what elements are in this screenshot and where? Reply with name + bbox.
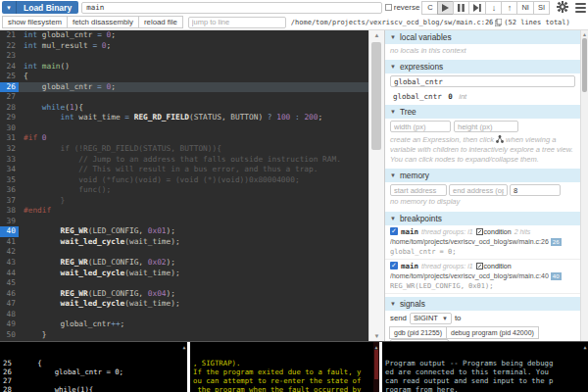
reload-file-button[interactable]: reload file [138,16,183,28]
gutter-line-number-47[interactable]: 47 [0,299,19,310]
gutter-line-number-50[interactable]: 50 [0,330,19,341]
pause-button[interactable] [453,1,469,15]
gutter-line-number-35[interactable]: 35 [0,175,19,186]
breakpoint-checkbox[interactable]: ✓ [390,227,398,235]
gutter-line-number-44[interactable]: 44 [0,269,19,279]
section-breakpoints[interactable]: ▼ breakpoints [385,212,580,225]
gutter-line-number-21[interactable]: 21 [0,30,19,41]
program-output-terminal[interactable]: Program output -- Programs being debugge… [382,342,588,392]
settings-button[interactable] [557,1,568,15]
gutter-line-number-28[interactable]: 28 [0,103,19,114]
show-filesystem-button[interactable]: show filesystem [2,16,68,28]
signal-other-pid-input[interactable] [390,339,449,342]
run-button[interactable] [437,1,454,15]
signal-gdb-target-button[interactable]: gdb (pid 21255) [389,326,447,339]
gutter-line-number-30[interactable]: 30 [0,123,19,134]
jump-to-line-input[interactable] [188,17,286,28]
expression-name: global_cntr [393,92,442,101]
gutter-line-number-45[interactable]: 45 [0,278,19,289]
scroll-up-arrow-icon[interactable]: ▲ [181,343,187,352]
gutter-line-number-39[interactable]: 39 [0,217,19,227]
gutter-line-number-43[interactable]: 43 [0,258,19,269]
copy-icon[interactable] [495,19,502,26]
gutter-line-number-48[interactable]: 48 [0,310,19,320]
tree-width-input[interactable] [390,121,451,132]
section-signals[interactable]: ▼ signals [385,297,580,311]
memory-end-address-input[interactable] [449,184,508,196]
gutter-line-number-23[interactable]: 23 [0,51,19,62]
expression-result[interactable]: global_cntr 0 int [385,89,580,102]
section-local-variables[interactable]: ▼ local variables [385,30,580,44]
breakpoint-item[interactable]: ✓ main thread groups: i1 condition 2 hit… [385,225,580,260]
scroll-up-arrow-icon[interactable]: ▲ [582,343,588,352]
gutter-line-number-29[interactable]: 29 [0,113,19,123]
binary-path-input[interactable] [81,2,382,14]
gutter-line-number-46[interactable]: 46 [0,289,19,300]
sidebar-scrollbar-thumb[interactable] [582,38,587,92]
terminal-scrollbar[interactable]: ▲ [181,342,187,392]
gutter-line-number-26[interactable]: 26 [0,82,19,93]
gdb-mi-terminal[interactable]: , SIGTRAP).If the program exited due to … [190,342,382,392]
memory-start-address-input[interactable] [390,184,447,196]
gutter-line-number-27[interactable]: 27 [0,92,19,103]
reverse-checkbox[interactable] [385,4,392,11]
signal-select[interactable]: SIGINT ▼ [410,313,452,324]
breakpoint-thread-groups: thread groups: i1 [421,228,473,235]
gdbmi-terminal-lines: , SIGTRAP).If the program exited due to … [193,360,371,392]
gutter-line-number-42[interactable]: 42 [0,247,19,258]
gutter-line-number-22[interactable]: 22 [0,41,19,52]
condition-label: condition [484,263,512,270]
code-line-25: 25{ [0,72,368,82]
expression-input[interactable] [390,75,575,87]
gutter-line-number-34[interactable]: 34 [0,165,19,175]
menu-button[interactable] [575,1,586,15]
signal-program-target-button[interactable]: debug program (pid 42000) [446,326,539,339]
scroll-down-arrow-icon[interactable]: ▼ [369,333,384,339]
gutter-line-number-36[interactable]: 36 [0,185,19,196]
next-instruction-button[interactable]: NI [516,1,534,15]
gutter-line-number-37[interactable]: 37 [0,196,19,207]
sidebar-scrollbar[interactable]: ▲ [580,30,588,341]
condition-label: condition [484,228,512,235]
continue-button[interactable]: C [421,1,438,15]
terminal-scrollbar[interactable]: ▲ [582,342,588,392]
reverse-toggle[interactable]: reverse [385,3,420,12]
debug-controls: C ↓ ↑ NI SI [422,1,550,15]
memory-bytes-per-line-input[interactable] [510,184,561,196]
gutter-line-number-31[interactable]: 31 [0,133,19,144]
breakpoint-condition-button[interactable]: condition [476,228,512,235]
gutter-line-number-49[interactable]: 49 [0,319,19,330]
gutter-line-number-24[interactable]: 24 [0,62,19,73]
breakpoint-item[interactable]: ✓ main thread groups: i1 condition /home… [385,260,580,294]
gear-icon [557,1,568,13]
section-title: local variables [400,32,452,42]
gutter-line-number-41[interactable]: 41 [0,237,19,248]
section-expressions[interactable]: ▼ expressions [385,60,580,74]
gutter-line-number-25[interactable]: 25 [0,72,19,82]
gutter-line-number-33[interactable]: 33 [0,155,19,166]
terminal-scrollbar[interactable]: ▲ [373,342,379,392]
next-button[interactable] [468,1,486,15]
fetch-disassembly-button[interactable]: fetch disassembly [67,16,139,28]
caret-down-icon: ▼ [442,316,448,321]
breakpoint-condition-button[interactable]: condition [476,263,512,270]
step-instruction-button[interactable]: SI [533,1,550,15]
section-memory[interactable]: ▼ memory [385,169,580,182]
source-scrollbar-thumb[interactable] [371,42,381,150]
scroll-up-arrow-icon[interactable]: ▲ [581,31,588,37]
step-out-button[interactable]: ↑ [501,1,517,15]
gutter-line-number-40[interactable]: 40 [0,226,19,237]
scroll-up-arrow-icon[interactable]: ▲ [369,32,384,38]
load-binary-button[interactable]: Load Binary [17,1,78,14]
section-tree[interactable]: ▼ Tree [385,105,580,119]
gutter-line-number-38[interactable]: 38 [0,206,19,217]
load-binary-dropdown-button[interactable]: ▼ [2,1,17,14]
source-scrollbar[interactable]: ▲ ▼ [368,30,384,341]
gutter-line-number-32[interactable]: 32 [0,144,19,155]
gdb-terminal[interactable]: 25 {26 global_cntr = 0;2728 while(1){29 … [0,342,190,392]
breakpoint-checkbox[interactable]: ✓ [390,262,398,270]
source-file-path: /home/tom/projects/vexriscv_ocd_blog/sw/… [291,19,570,26]
terminal-scrollbar-thumb[interactable] [374,350,378,379]
tree-height-input[interactable] [454,121,518,132]
step-into-button[interactable]: ↓ [485,1,502,15]
